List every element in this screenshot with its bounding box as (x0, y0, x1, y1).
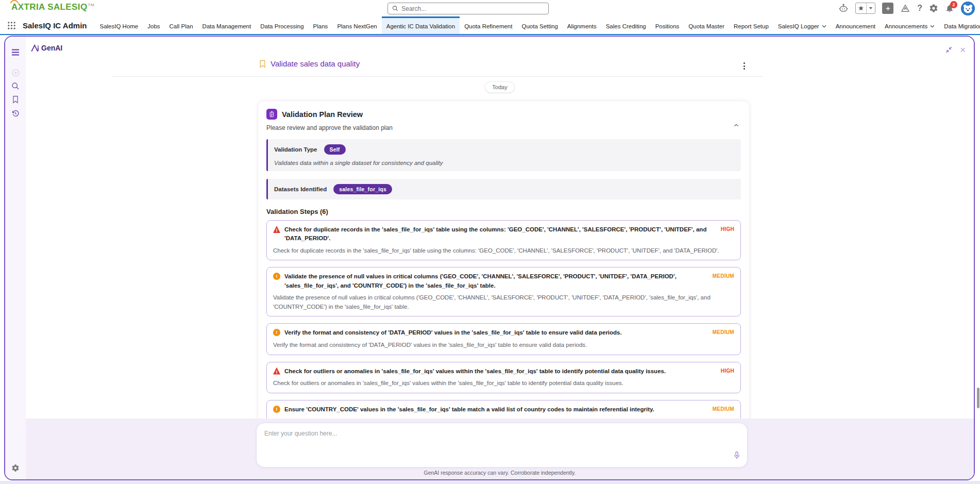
validation-steps-heading: Validation Steps (6) (266, 208, 741, 215)
nav-item[interactable]: Positions (651, 16, 684, 34)
severity-icon (273, 406, 280, 413)
bookmark-icon[interactable] (259, 60, 266, 68)
nav-item-label: SalesIQ Home (99, 23, 138, 29)
chevron-down-icon (822, 25, 826, 28)
help-icon[interactable]: ? (917, 4, 922, 13)
step-description: Verify the format and consistency of 'DA… (273, 341, 734, 350)
nav-item-label: Sales Crediting (606, 23, 646, 29)
chevron-up-icon[interactable] (733, 122, 740, 131)
user-avatar[interactable] (961, 2, 975, 15)
nav-item-label: Report Setup (734, 23, 769, 29)
genai-brand-ai: AI (55, 44, 62, 52)
nav-item[interactable]: Quota Refinement (460, 16, 517, 34)
datasets-section: Datasets Identified sales_file_for_iqs (266, 179, 741, 199)
nav-item-label: Quota Master (688, 23, 724, 29)
validation-type-label: Validation Type (274, 146, 317, 153)
nav-item[interactable]: Data Processing (256, 16, 308, 34)
nav-item-label: Call Plan (170, 23, 193, 29)
close-panel-icon[interactable]: × (960, 45, 966, 55)
severity-icon (273, 273, 280, 280)
nav-item[interactable]: Jobs (143, 16, 164, 34)
plan-card-header: Validation Plan Review (266, 109, 741, 120)
notification-badge: 2 (950, 1, 957, 8)
validation-type-description: Validates data within a single dataset f… (274, 160, 735, 166)
validation-type-section: Validation Type Self Validates data with… (266, 139, 741, 171)
nav-item[interactable]: SalesIQ Home (95, 16, 143, 34)
add-icon[interactable] (882, 3, 893, 14)
chat-title: Validate sales data quality (271, 59, 360, 68)
nav-item-label: Positions (655, 23, 680, 29)
nav-item-label: Alignments (567, 23, 597, 29)
step-title: Check for outliers or anomalies in 'sale… (284, 367, 717, 376)
validation-type-badge: Self (324, 144, 346, 155)
nav-item[interactable]: Agentic IC Data Validation (382, 16, 460, 34)
nav-item[interactable]: Alignments (563, 16, 601, 34)
severity-icon (273, 368, 280, 375)
plan-card-title: Validation Plan Review (282, 110, 363, 119)
nav-item-label: SalesIQ Logger (778, 23, 819, 29)
nav-items: SalesIQ Home Jobs Call Plan (95, 16, 980, 34)
nav-item-label: Announcement (836, 23, 875, 29)
axtria-salesiq-logo: AXTRIA SALESIQTM (11, 2, 94, 12)
logo-product: SALESIQ (47, 2, 87, 12)
nav-item-label: Data Management (202, 23, 251, 29)
question-input[interactable] (257, 423, 747, 467)
validation-step: Check for duplicate records in the 'sale… (266, 220, 741, 260)
panel-actions: × (945, 45, 966, 55)
nav-item[interactable]: Data Migration (939, 16, 980, 34)
collapse-panel-icon[interactable] (945, 46, 953, 54)
global-search[interactable] (387, 3, 549, 14)
step-description: Validate the presence of null values in … (273, 293, 734, 312)
new-chat-plus-icon[interactable] (5, 69, 26, 77)
nav-item[interactable]: SalesIQ Logger (773, 16, 831, 34)
search-chat-icon[interactable] (5, 82, 26, 90)
chat-menu-kebab-icon[interactable] (742, 61, 747, 71)
clipboard-icon (266, 109, 277, 120)
bookmarks-icon[interactable] (5, 95, 26, 104)
favorites-star-icon[interactable] (855, 3, 875, 14)
step-title: Verify the format and consistency of 'DA… (284, 328, 708, 337)
microphone-icon[interactable] (733, 451, 740, 462)
header-icon-cluster: ? 2 (838, 1, 975, 15)
nav-item[interactable]: Announcement (831, 16, 880, 34)
nav-item[interactable]: Data Management (198, 16, 256, 34)
app-launcher-icon[interactable] (0, 21, 16, 30)
nav-item[interactable]: Report Setup (729, 16, 773, 34)
severity-icon (273, 329, 280, 336)
axtria-mark-icon[interactable] (900, 3, 910, 13)
plan-card-subtitle: Please review and approve the validation… (266, 124, 741, 131)
nav-item[interactable]: Quota Setting (517, 16, 562, 34)
genai-rail (5, 37, 26, 479)
chat-input-box[interactable] (256, 423, 748, 468)
history-icon[interactable] (5, 109, 26, 118)
app-title: SalesIQ IC Admin (23, 21, 87, 30)
nav-item-label: Plans (313, 23, 328, 29)
nav-item-label: Agentic IC Data Validation (386, 23, 455, 29)
nav-item[interactable]: Sales Crediting (601, 16, 651, 34)
genai-disclaimer: GenAI response accuracy can vary. Corrob… (26, 470, 974, 476)
nav-item[interactable]: Announcements (880, 16, 939, 34)
genai-panel: GenAI × Validate sales data quality Toda… (4, 36, 975, 480)
page-scrollbar-thumb[interactable] (977, 388, 979, 408)
nav-item-label: Data Processing (260, 23, 303, 29)
validation-step: Verify the format and consistency of 'DA… (266, 323, 741, 355)
nav-item[interactable]: Plans NextGen (332, 16, 381, 34)
menu-icon[interactable] (5, 49, 26, 56)
page: AXTRIA SALESIQTM ? (0, 0, 980, 484)
severity-badge: MEDIUM (713, 406, 734, 412)
nav-item[interactable]: Quota Master (684, 16, 729, 34)
nav-item[interactable]: Plans (309, 16, 333, 34)
validation-step: Check for outliers or anomalies in 'sale… (266, 362, 741, 393)
bot-icon[interactable] (838, 3, 849, 13)
search-icon (392, 5, 398, 12)
nav-item[interactable]: Call Plan (165, 16, 198, 34)
step-title: Validate the presence of null values in … (284, 272, 708, 290)
chat-input-region: GenAI response accuracy can vary. Corrob… (26, 419, 974, 479)
settings-gear-icon[interactable] (929, 4, 938, 13)
rail-settings-gear-icon[interactable] (5, 464, 26, 472)
search-input[interactable] (401, 5, 544, 12)
nav-item-label: Data Migration (944, 23, 980, 29)
step-title: Check for duplicate records in the 'sale… (284, 225, 717, 243)
notifications-bell-icon[interactable]: 2 (945, 4, 954, 13)
step-title: Ensure 'COUNTRY_CODE' values in the 'sal… (284, 405, 708, 414)
